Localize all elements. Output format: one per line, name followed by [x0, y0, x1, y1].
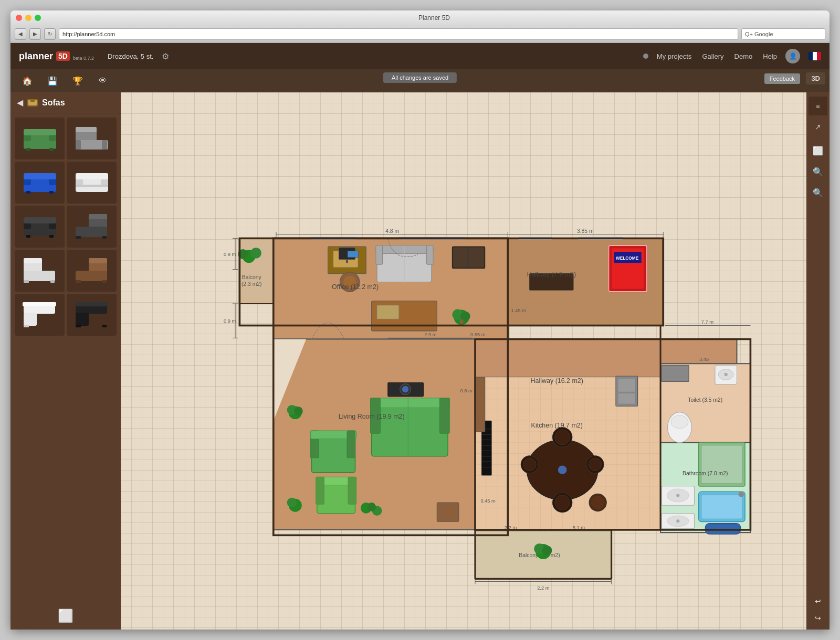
sofa-item-white-l[interactable]: [15, 250, 65, 292]
sofa-item-brown[interactable]: [67, 250, 117, 292]
svg-text:0.45 m: 0.45 m: [480, 498, 496, 504]
nav-demo[interactable]: Demo: [734, 52, 753, 60]
sofa-dark-preview: [21, 211, 59, 242]
sofa-item-black[interactable]: [67, 294, 117, 336]
refresh-button[interactable]: ↻: [44, 28, 56, 40]
floor-plan-icon[interactable]: ⬜: [58, 609, 74, 623]
language-flag[interactable]: [808, 52, 821, 60]
svg-rect-80: [346, 260, 348, 263]
nav-help[interactable]: Help: [763, 52, 777, 60]
svg-point-184: [671, 415, 688, 429]
sofa-item-white2[interactable]: [15, 294, 65, 336]
sofa-white2-preview: [21, 299, 59, 330]
zoom-in-button[interactable]: 🔍: [808, 162, 827, 181]
svg-rect-97: [460, 319, 463, 324]
svg-rect-2: [35, 100, 37, 103]
svg-point-120: [287, 498, 297, 508]
logo-text: planner: [19, 51, 53, 62]
sofa-blue-preview: [21, 167, 59, 198]
search-bar[interactable]: Q+ Google: [741, 28, 825, 40]
svg-point-115: [402, 386, 408, 392]
nav-gallery[interactable]: Gallery: [702, 52, 723, 60]
svg-rect-111: [440, 398, 450, 434]
svg-rect-93: [377, 305, 399, 319]
svg-rect-7: [26, 148, 30, 151]
sofa-gray-preview: [73, 123, 111, 154]
canvas-area[interactable]: WELCOME: [121, 92, 830, 630]
share-button[interactable]: ↗: [808, 118, 827, 136]
eye-button[interactable]: 👁: [94, 72, 111, 89]
svg-rect-1: [28, 100, 30, 103]
sofa-item-dark-l[interactable]: [67, 206, 117, 248]
settings-icon[interactable]: ⚙: [162, 51, 169, 61]
svg-rect-29: [26, 235, 30, 238]
svg-text:3.85 m: 3.85 m: [577, 228, 594, 234]
svg-point-176: [558, 465, 567, 474]
svg-rect-6: [24, 129, 56, 135]
zoom-out-button[interactable]: 🔍: [808, 183, 827, 202]
svg-rect-49: [24, 325, 29, 327]
back-button[interactable]: ◀: [17, 98, 23, 108]
sidebar: ◀ Sofas: [10, 92, 121, 630]
sofa-item-green[interactable]: [15, 118, 65, 159]
svg-rect-34: [76, 236, 81, 239]
floor-plan-svg: WELCOME: [121, 92, 830, 630]
svg-rect-13: [102, 140, 107, 150]
svg-rect-53: [76, 325, 81, 327]
svg-rect-47: [24, 313, 37, 326]
header-nav: My projects Gallery Demo Help: [657, 52, 777, 60]
svg-rect-52: [75, 302, 108, 306]
svg-rect-181: [618, 378, 635, 392]
svg-point-178: [591, 496, 604, 509]
maximize-button[interactable]: [35, 15, 41, 21]
svg-rect-32: [76, 227, 107, 237]
svg-text:Toilet (3.5 m2): Toilet (3.5 m2): [688, 397, 722, 403]
logo-beta: beta 0.7.2: [73, 56, 94, 61]
svg-text:Hallway (7.9 m2): Hallway (7.9 m2): [527, 271, 576, 278]
sofa-item-dark[interactable]: [15, 206, 65, 248]
svg-rect-81: [348, 251, 359, 257]
svg-text:WELCOME: WELCOME: [616, 255, 639, 261]
svg-text:0.9 m: 0.9 m: [224, 318, 236, 324]
close-button[interactable]: [16, 15, 22, 21]
svg-rect-38: [24, 258, 42, 263]
url-bar[interactable]: http://planner5d.com: [59, 28, 738, 40]
svg-rect-11: [76, 127, 97, 132]
back-nav-button[interactable]: ◀: [15, 28, 26, 40]
svg-rect-37: [24, 271, 55, 281]
project-name[interactable]: Drozdova, 5 st.: [108, 52, 153, 60]
home-button[interactable]: 🏠: [19, 72, 36, 89]
forward-nav-button[interactable]: ▶: [29, 28, 41, 40]
svg-rect-33: [89, 214, 107, 219]
svg-rect-124: [316, 477, 324, 504]
svg-rect-30: [49, 235, 54, 238]
svg-rect-35: [102, 236, 107, 239]
svg-text:2.2 m: 2.2 m: [537, 585, 550, 591]
feedback-button[interactable]: Feedback: [764, 73, 800, 84]
minimize-button[interactable]: [25, 15, 32, 21]
sofa-grid: [10, 113, 121, 340]
svg-point-171: [555, 495, 570, 510]
sofa-brown-preview: [73, 255, 111, 286]
sofa-item-white[interactable]: [67, 162, 117, 204]
3d-button[interactable]: 3D: [806, 72, 825, 84]
svg-rect-48: [23, 302, 56, 306]
svg-text:0.9 m: 0.9 m: [224, 252, 236, 257]
svg-rect-24: [76, 185, 108, 187]
svg-rect-121: [437, 503, 459, 521]
svg-text:2.9 m: 2.9 m: [424, 332, 437, 337]
redo-button[interactable]: ↪: [811, 611, 825, 625]
svg-rect-28: [24, 217, 56, 223]
svg-text:3.45: 3.45: [699, 357, 709, 362]
list-view-button[interactable]: ≡: [808, 97, 827, 115]
undo-button[interactable]: ↩: [811, 594, 825, 609]
svg-point-128: [367, 503, 376, 511]
sofa-item-blue[interactable]: [15, 162, 65, 204]
sofa-item-gray-l[interactable]: [67, 118, 117, 159]
svg-rect-39: [24, 280, 29, 283]
trophy-button[interactable]: 🏆: [69, 72, 86, 89]
nav-my-projects[interactable]: My projects: [657, 52, 691, 60]
user-avatar[interactable]: 👤: [785, 49, 800, 63]
screenshot-button[interactable]: ⬜: [808, 141, 827, 160]
save-button[interactable]: 💾: [44, 72, 61, 89]
